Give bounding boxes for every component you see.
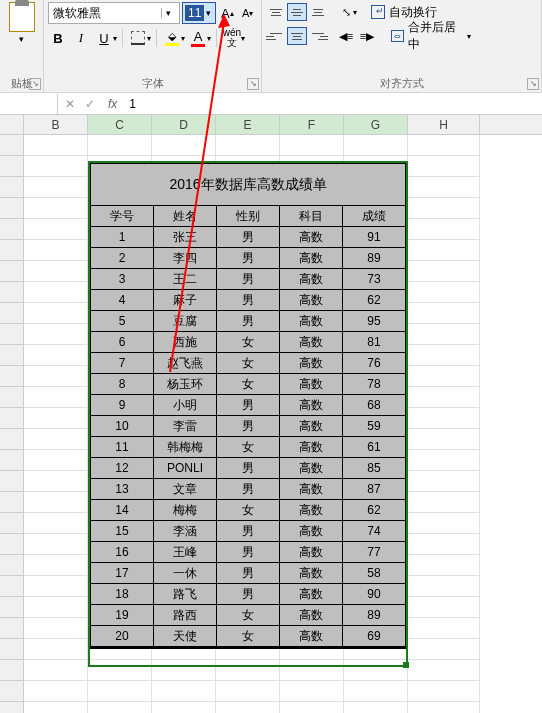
table-cell: 58 [343, 563, 406, 584]
table-cell: 高数 [280, 437, 343, 458]
font-size-combo[interactable]: 11 ▾ [182, 2, 216, 24]
table-row: 13文章男高数87 [91, 479, 406, 500]
table-cell: 高数 [280, 563, 343, 584]
table-cell: 李四 [154, 248, 217, 269]
table-cell: 16 [91, 542, 154, 563]
chevron-down-icon[interactable]: ▾ [207, 34, 211, 43]
decrease-indent-button[interactable]: ◀≡ [336, 27, 356, 45]
table-cell: 77 [343, 542, 406, 563]
accept-formula-button[interactable]: ✓ [82, 96, 98, 112]
table-cell: 高数 [280, 248, 343, 269]
borders-button[interactable] [128, 28, 148, 48]
bucket-icon: ⬙ [168, 30, 176, 43]
table-cell: 王二 [154, 269, 217, 290]
font-name-combo[interactable]: 微软雅黑 ▾ [48, 2, 180, 24]
align-bottom-button[interactable] [308, 3, 328, 21]
table-cell: 17 [91, 563, 154, 584]
table-header: 姓名 [154, 206, 217, 227]
alignment-dialog-launcher[interactable]: ↘ [527, 78, 539, 90]
col-header[interactable]: B [24, 115, 88, 134]
grid-body[interactable]: 2016年数据库高数成绩单学号姓名性别科目成绩1张三男高数912李四男高数893… [0, 135, 542, 713]
table-cell: 2 [91, 248, 154, 269]
table-cell: 男 [217, 521, 280, 542]
table-cell: 6 [91, 332, 154, 353]
fx-label[interactable]: fx [108, 97, 117, 111]
italic-button[interactable]: I [71, 28, 91, 48]
chevron-down-icon[interactable]: ▾ [181, 34, 185, 43]
chevron-down-icon[interactable]: ▾ [241, 34, 245, 43]
name-box[interactable] [0, 94, 58, 114]
table-cell: 62 [343, 500, 406, 521]
table-cell: 女 [217, 332, 280, 353]
increase-font-button[interactable]: A▴ [218, 3, 236, 23]
table-cell: 73 [343, 269, 406, 290]
chevron-down-icon[interactable]: ▾ [353, 8, 357, 17]
table-cell: 男 [217, 269, 280, 290]
table-cell: 男 [217, 563, 280, 584]
col-header[interactable]: C [88, 115, 152, 134]
fill-color-button[interactable]: ⬙ [162, 28, 182, 48]
table-cell: 1 [91, 227, 154, 248]
cancel-formula-button[interactable]: ✕ [62, 96, 78, 112]
col-header[interactable]: G [344, 115, 408, 134]
select-all-corner[interactable] [0, 115, 24, 134]
table-cell: 高数 [280, 458, 343, 479]
table-cell: 男 [217, 311, 280, 332]
table-header: 性别 [217, 206, 280, 227]
table-cell: 男 [217, 479, 280, 500]
font-dialog-launcher[interactable]: ↘ [247, 78, 259, 90]
table-cell: 9 [91, 395, 154, 416]
font-color-button[interactable]: A [188, 28, 208, 48]
chevron-down-icon[interactable]: ▾ [147, 34, 151, 43]
worksheet: B C D E F G H 2016年数据库高数成绩单学号姓名性别科目成绩1张三… [0, 115, 542, 713]
table-header: 学号 [91, 206, 154, 227]
phonetic-guide-button[interactable]: wén文 [222, 28, 242, 48]
col-header[interactable]: D [152, 115, 216, 134]
table-row: 1张三男高数91 [91, 227, 406, 248]
increase-indent-button[interactable]: ≡▶ [357, 27, 377, 45]
align-top-button[interactable] [266, 3, 286, 21]
col-header[interactable]: H [408, 115, 480, 134]
table-row: 15李涵男高数74 [91, 521, 406, 542]
table-cell: 高数 [280, 311, 343, 332]
bold-button[interactable]: B [48, 28, 68, 48]
formula-value[interactable]: 1 [123, 97, 142, 111]
align-center-button[interactable] [287, 27, 307, 45]
align-right-button[interactable] [308, 27, 328, 45]
table-cell: 74 [343, 521, 406, 542]
table-row: 9小明男高数68 [91, 395, 406, 416]
chevron-down-icon[interactable]: ▾ [161, 8, 175, 18]
table-cell: 18 [91, 584, 154, 605]
table-header: 成绩 [343, 206, 406, 227]
chevron-down-icon[interactable]: ▾ [113, 34, 117, 43]
table-cell: 高数 [280, 290, 343, 311]
table-cell: 高数 [280, 374, 343, 395]
chevron-down-icon[interactable]: ▾ [204, 8, 213, 18]
table-row: 4麻子男高数62 [91, 290, 406, 311]
table-cell: 高数 [280, 479, 343, 500]
decrease-font-button[interactable]: A▾ [239, 3, 257, 23]
merge-icon: ⇔ [391, 30, 404, 42]
table-cell: 13 [91, 479, 154, 500]
merge-center-button[interactable]: ⇔合并后居中▾ [387, 26, 475, 46]
table-cell: 78 [343, 374, 406, 395]
table-cell: 10 [91, 416, 154, 437]
table-cell: 张三 [154, 227, 217, 248]
table-cell: 高数 [280, 605, 343, 626]
align-middle-button[interactable] [287, 3, 307, 21]
table-cell: 3 [91, 269, 154, 290]
align-left-button[interactable] [266, 27, 286, 45]
col-header[interactable]: F [280, 115, 344, 134]
font-size-value: 11 [185, 5, 204, 21]
table-cell: 高数 [280, 521, 343, 542]
chevron-down-icon[interactable]: ▾ [19, 34, 24, 44]
table-row: 2李四男高数89 [91, 248, 406, 269]
col-header[interactable]: E [216, 115, 280, 134]
ribbon: ▾ 贴板 ↘ 微软雅黑 ▾ 11 ▾ A▴ A▾ B I U ▾ ▾ ⬙ [0, 0, 542, 93]
table-cell: 62 [343, 290, 406, 311]
table-cell: 高数 [280, 500, 343, 521]
underline-button[interactable]: U [94, 28, 114, 48]
paste-button[interactable]: ▾ [9, 2, 35, 44]
formula-bar: ✕ ✓ fx 1 [0, 93, 542, 115]
clipboard-dialog-launcher[interactable]: ↘ [29, 78, 41, 90]
